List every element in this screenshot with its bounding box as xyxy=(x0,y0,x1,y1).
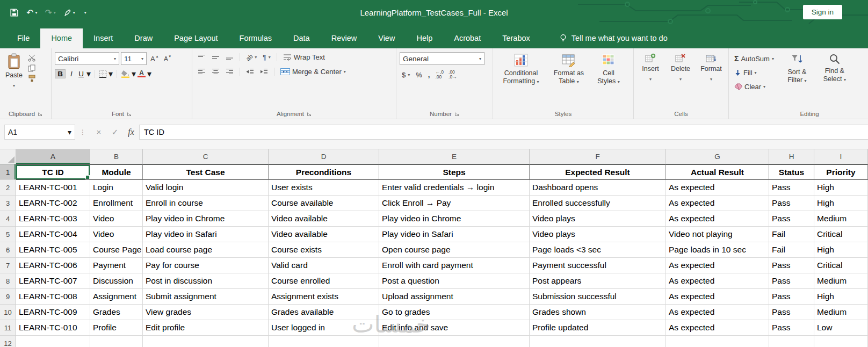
font-color-caret[interactable]: ▾ xyxy=(147,69,151,79)
increase-decimal-button[interactable]: ←.0 .00 xyxy=(433,69,445,80)
cell-C6[interactable]: Load course page xyxy=(143,242,269,258)
row-header-7[interactable]: 7 xyxy=(0,258,16,273)
cell-A10[interactable]: LEARN-TC-009 xyxy=(16,305,90,320)
copy-button[interactable] xyxy=(28,64,36,72)
cell-B9[interactable]: Assignment xyxy=(90,289,143,305)
align-top-button[interactable] xyxy=(196,53,208,62)
tab-page-layout[interactable]: Page Layout xyxy=(163,28,228,48)
number-dialog-launcher[interactable] xyxy=(454,112,459,117)
align-middle-button[interactable] xyxy=(209,53,222,62)
cell-C2[interactable]: Valid login xyxy=(143,180,269,196)
tab-insert[interactable]: Insert xyxy=(83,28,124,48)
cell-B7[interactable]: Payment xyxy=(90,258,143,273)
redo-button[interactable]: ↷ ▾ xyxy=(41,4,59,20)
cell-I12[interactable] xyxy=(814,336,868,347)
row-header-4[interactable]: 4 xyxy=(0,211,16,227)
cell-D11[interactable]: User logged in xyxy=(269,320,379,336)
cell-E10[interactable]: Go to grades xyxy=(379,305,530,320)
cell-H12[interactable] xyxy=(769,336,814,347)
cell-C10[interactable]: View grades xyxy=(143,305,269,320)
cell-I2[interactable]: High xyxy=(814,180,868,196)
cell-E7[interactable]: Enroll with card payment xyxy=(379,258,530,273)
cell-F2[interactable]: Dashboard opens xyxy=(530,180,666,196)
cell-A9[interactable]: LEARN-TC-008 xyxy=(16,289,90,305)
column-header-A[interactable]: A xyxy=(16,149,90,164)
tab-acrobat[interactable]: Acrobat xyxy=(443,28,491,48)
percent-format-button[interactable]: % xyxy=(414,70,424,80)
cell-A2[interactable]: LEARN-TC-001 xyxy=(16,180,90,196)
decrease-font-size-button[interactable]: A▾ xyxy=(162,54,173,63)
cell-E2[interactable]: Enter valid credentials → login xyxy=(379,180,530,196)
cell-A4[interactable]: LEARN-TC-003 xyxy=(16,211,90,227)
sort-filter-button[interactable]: Sort & Filter ▾ xyxy=(780,52,814,108)
column-header-G[interactable]: G xyxy=(666,149,769,164)
cell-A12[interactable] xyxy=(16,336,90,347)
save-button[interactable] xyxy=(6,4,22,20)
clipboard-dialog-launcher[interactable] xyxy=(38,112,42,117)
cell-G2[interactable]: As expected xyxy=(666,180,769,196)
underline-options-caret[interactable]: ▾ xyxy=(86,69,91,79)
undo-button[interactable]: ↶ ▾ xyxy=(23,4,40,20)
cell-A7[interactable]: LEARN-TC-006 xyxy=(16,258,90,273)
cell-F7[interactable]: Payment successful xyxy=(530,258,666,273)
cell-D9[interactable]: Assignment exists xyxy=(269,289,379,305)
cell-H5[interactable]: Fail xyxy=(769,227,814,242)
fill-button[interactable]: Fill ▾ xyxy=(732,68,776,78)
cell-D5[interactable]: Video available xyxy=(269,227,379,242)
currency-format-button[interactable]: $ ▾ xyxy=(400,70,412,80)
row-header-9[interactable]: 9 xyxy=(0,289,16,305)
cut-button[interactable] xyxy=(28,54,36,62)
cell-G1[interactable]: Actual Result xyxy=(666,164,769,180)
cell-D8[interactable]: Course enrolled xyxy=(269,273,379,289)
cell-E1[interactable]: Steps xyxy=(379,164,530,180)
cell-F8[interactable]: Post appears xyxy=(530,273,666,289)
cell-A1[interactable]: TC ID xyxy=(16,164,90,180)
cell-E5[interactable]: Play video in Safari xyxy=(379,227,530,242)
format-painter-button[interactable] xyxy=(28,75,36,82)
cell-G8[interactable]: As expected xyxy=(666,273,769,289)
cell-A3[interactable]: LEARN-TC-002 xyxy=(16,196,90,211)
text-direction-button[interactable]: ¶ ▾ xyxy=(261,53,272,62)
confirm-entry-button[interactable]: ✓ xyxy=(107,125,123,140)
cell-B1[interactable]: Module xyxy=(90,164,143,180)
tab-review[interactable]: Review xyxy=(321,28,368,48)
cell-G7[interactable]: As expected xyxy=(666,258,769,273)
formula-bar-resize-handle[interactable]: ⋮ xyxy=(75,128,91,136)
align-right-button[interactable] xyxy=(223,67,236,76)
touch-mouse-mode-button[interactable]: ▾ xyxy=(60,4,78,20)
cell-G9[interactable]: As expected xyxy=(666,289,769,305)
find-select-button[interactable]: Find & Select ▾ xyxy=(818,52,851,108)
format-as-table-button[interactable]: Format as Table ▾ xyxy=(548,52,590,87)
cell-C12[interactable] xyxy=(143,336,269,347)
paste-button[interactable]: Paste ▾ xyxy=(3,52,25,108)
cell-A6[interactable]: LEARN-TC-005 xyxy=(16,242,90,258)
cell-H10[interactable]: Pass xyxy=(769,305,814,320)
align-bottom-button[interactable] xyxy=(223,53,236,62)
cell-C9[interactable]: Submit assignment xyxy=(143,289,269,305)
column-header-E[interactable]: E xyxy=(379,149,530,164)
cell-C7[interactable]: Pay for course xyxy=(143,258,269,273)
cell-C4[interactable]: Play video in Chrome xyxy=(143,211,269,227)
cell-G11[interactable]: As expected xyxy=(666,320,769,336)
sign-in-button[interactable]: Sign in xyxy=(803,5,842,19)
italic-button[interactable]: I xyxy=(67,70,76,78)
cell-I10[interactable]: Medium xyxy=(814,305,868,320)
cell-I3[interactable]: High xyxy=(814,196,868,211)
cell-I8[interactable]: Medium xyxy=(814,273,868,289)
underline-button[interactable]: U xyxy=(77,70,85,78)
name-box[interactable]: A1 ▾ xyxy=(4,125,75,140)
clear-button[interactable]: Clear ▾ xyxy=(732,82,776,92)
cell-F12[interactable] xyxy=(530,336,666,347)
cell-H3[interactable]: Pass xyxy=(769,196,814,211)
column-header-C[interactable]: C xyxy=(143,149,269,164)
cell-B3[interactable]: Enrollment xyxy=(90,196,143,211)
cell-G4[interactable]: As expected xyxy=(666,211,769,227)
font-name-select[interactable]: Calibri ▾ xyxy=(55,52,119,65)
cell-H7[interactable]: Pass xyxy=(769,258,814,273)
cell-C8[interactable]: Post in discussion xyxy=(143,273,269,289)
formula-input[interactable]: TC ID xyxy=(139,125,868,140)
cell-H1[interactable]: Status xyxy=(769,164,814,180)
fill-color-caret[interactable]: ▾ xyxy=(132,69,136,79)
cell-D1[interactable]: Preconditions xyxy=(269,164,379,180)
cell-B12[interactable] xyxy=(90,336,143,347)
